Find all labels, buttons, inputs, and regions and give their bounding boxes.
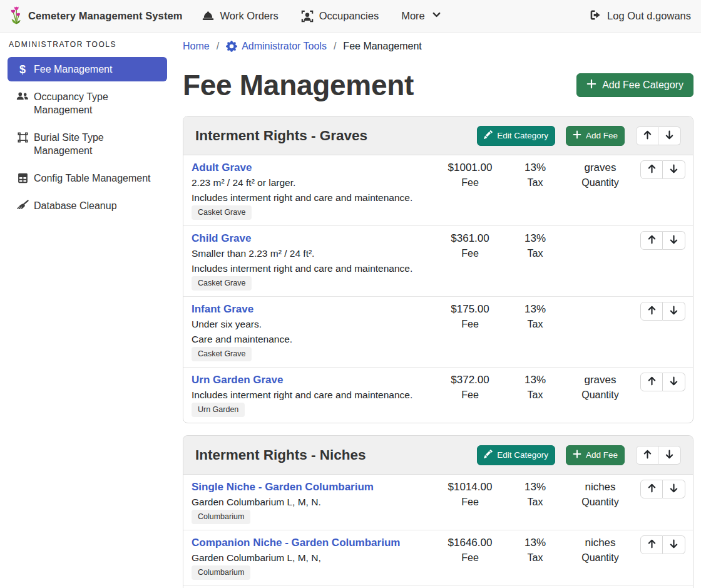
arrow-down-icon — [668, 376, 679, 388]
fee-descriptions: Garden Columbarium L, M, N, — [192, 550, 437, 565]
move-fee-down-button[interactable] — [663, 480, 685, 498]
fee-tax-label: Tax — [503, 246, 568, 261]
move-fee-up-button[interactable] — [640, 535, 663, 554]
arrow-down-icon — [664, 130, 675, 142]
users-icon — [16, 90, 29, 116]
sidebar-item-label: Occupancy Type Management — [34, 90, 160, 116]
arrow-up-icon — [647, 539, 657, 551]
fee-badge-line: Casket Grave — [192, 205, 437, 219]
move-category-up-button[interactable] — [636, 126, 658, 145]
fee-reorder-group — [640, 160, 685, 179]
arrow-up-icon — [647, 376, 657, 388]
sidebar-item-fee-management[interactable]: $ Fee Management — [8, 57, 167, 81]
fee-amount-column: $1001.00 Fee — [437, 160, 503, 190]
edit-category-button[interactable]: Edit Category — [477, 445, 555, 465]
fee-quantity-label: Quantity — [568, 550, 633, 565]
move-fee-down-button[interactable] — [663, 302, 685, 321]
fee-quantity-label: Quantity — [568, 175, 633, 190]
arrow-down-icon — [668, 163, 679, 176]
fee-tax: 13% — [503, 231, 568, 246]
fee-name-link[interactable]: Urn Garden Grave — [192, 373, 283, 388]
fee-quantity-column: niches Quantity — [568, 535, 633, 565]
fee-type-badge: Casket Grave — [192, 276, 252, 291]
sidebar-item-occupancy-type-management[interactable]: Occupancy Type Management — [8, 85, 167, 122]
fee-name-link[interactable]: Infant Grave — [192, 302, 253, 317]
fee-tax: 13% — [503, 373, 568, 388]
fee-category-card: Interment Rights - Niches Edit Category … — [183, 435, 693, 588]
fee-amount-label: Fee — [437, 495, 503, 510]
move-fee-up-button[interactable] — [640, 160, 663, 179]
fee-amount-column: $361.00 Fee — [437, 231, 503, 261]
arrow-down-icon — [664, 449, 675, 462]
sidebar-item-label: Burial Site Type Management — [34, 131, 160, 157]
sidebar-heading: ADMINISTRATOR TOOLS — [9, 40, 167, 49]
move-category-down-button[interactable] — [658, 446, 681, 465]
move-category-down-button[interactable] — [658, 126, 681, 145]
fee-reorder-group — [640, 231, 685, 250]
fee-tax-label: Tax — [503, 388, 568, 403]
fee-name-link[interactable]: Single Niche - Garden Columbarium — [192, 480, 374, 495]
hard-hat-icon — [202, 9, 215, 23]
fee-row-partial — [183, 585, 693, 588]
move-category-up-button[interactable] — [636, 446, 658, 465]
fee-reorder-group — [640, 480, 685, 498]
move-fee-down-button[interactable] — [663, 160, 685, 179]
table-icon — [16, 172, 29, 185]
brand[interactable]: Cemetery Management System — [10, 6, 183, 27]
fee-tax-column: 13% Tax — [503, 302, 568, 332]
fee-amount-column: $1014.00 Fee — [437, 480, 503, 510]
edit-category-label: Edit Category — [497, 450, 548, 460]
fee-amount: $372.00 — [437, 373, 503, 388]
fee-details: Child Grave Smaller than 2.23 m² / 24 ft… — [192, 231, 437, 290]
occupancy-frame-icon — [301, 10, 314, 23]
logout-label: Log Out d.gowans — [607, 10, 691, 22]
add-fee-category-button[interactable]: Add Fee Category — [576, 73, 693, 97]
nav-item-occupancies[interactable]: Occupancies — [301, 10, 379, 23]
fee-tax-column: 13% Tax — [503, 535, 568, 565]
fee-description: Care and maintenance. — [192, 332, 437, 347]
fee-amount-column: $372.00 Fee — [437, 373, 503, 403]
move-fee-up-button[interactable] — [640, 231, 663, 250]
edit-category-button[interactable]: Edit Category — [477, 126, 555, 146]
fee-name-link[interactable]: Adult Grave — [192, 160, 252, 175]
tulips-logo-icon — [10, 6, 23, 27]
fee-name-link[interactable]: Child Grave — [192, 231, 251, 246]
fee-category-header: Interment Rights - Niches Edit Category … — [183, 436, 693, 475]
fee-category-title: Interment Rights - Graves — [195, 125, 477, 146]
sidebar-item-burial-site-type-management[interactable]: Burial Site Type Management — [8, 125, 167, 163]
fee-amount-label: Fee — [437, 388, 503, 403]
breadcrumb-separator: / — [334, 39, 336, 53]
move-fee-up-button[interactable] — [640, 302, 663, 321]
add-fee-category-label: Add Fee Category — [602, 80, 683, 91]
add-fee-button[interactable]: Add Fee — [566, 445, 625, 465]
breadcrumb-administrator-tools[interactable]: Administrator Tools — [226, 39, 327, 53]
brand-title: Cemetery Management System — [28, 10, 183, 22]
nav-item-work-orders[interactable]: Work Orders — [202, 9, 279, 23]
page-header: Fee Management Add Fee Category — [183, 68, 693, 103]
move-fee-up-button[interactable] — [640, 480, 663, 498]
fee-tax-label: Tax — [503, 495, 568, 510]
move-fee-up-button[interactable] — [640, 373, 663, 391]
sidebar-item-config-table-management[interactable]: Config Table Management — [8, 166, 167, 190]
fee-type-badge: Casket Grave — [192, 347, 252, 361]
dollar-icon: $ — [16, 63, 29, 76]
add-fee-button[interactable]: Add Fee — [566, 126, 625, 146]
fee-descriptions: Includes interment right and care and ma… — [192, 388, 437, 403]
nav-item-label: Occupancies — [319, 10, 379, 22]
fee-name-link[interactable]: Companion Niche - Garden Columbarium — [192, 535, 400, 550]
logout-button[interactable]: Log Out d.gowans — [589, 9, 691, 24]
fee-amount: $361.00 — [437, 231, 503, 246]
breadcrumb: Home/ Administrator Tools/Fee Management — [183, 39, 693, 53]
breadcrumb-home[interactable]: Home — [183, 39, 210, 53]
nav-item-label: Work Orders — [220, 10, 279, 22]
fee-amount: $1014.00 — [437, 480, 503, 495]
move-fee-down-button[interactable] — [663, 373, 685, 391]
caret-down-icon — [432, 10, 441, 22]
move-fee-down-button[interactable] — [663, 231, 685, 250]
fee-category-list: Interment Rights - Graves Edit Category … — [183, 116, 693, 588]
fee-type-badge: Columbarium — [192, 565, 250, 580]
sidebar-item-database-cleanup[interactable]: Database Cleanup — [8, 193, 167, 218]
nav-item-more[interactable]: More — [401, 10, 441, 22]
move-fee-down-button[interactable] — [663, 535, 685, 554]
nav-item-label: More — [401, 10, 425, 22]
